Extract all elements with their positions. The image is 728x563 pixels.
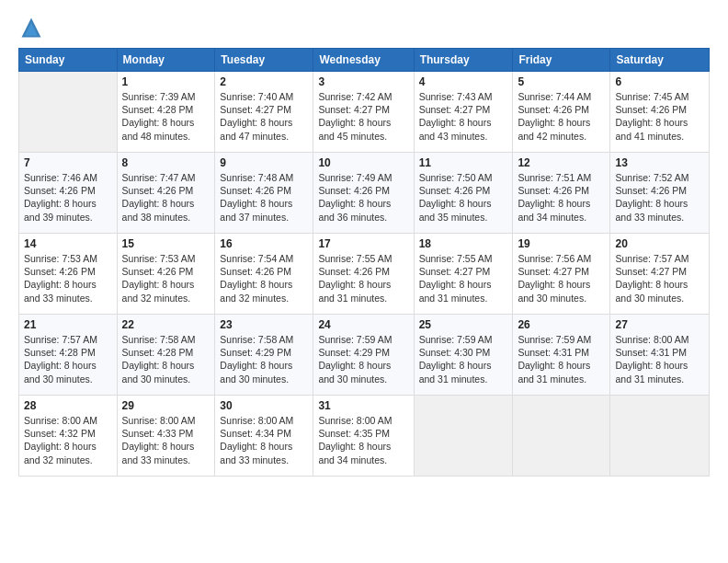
day-number: 6 [615, 75, 704, 88]
calendar-cell: 12Sunrise: 7:51 AMSunset: 4:26 PMDayligh… [513, 153, 610, 234]
day-number: 17 [318, 237, 408, 250]
calendar-cell: 14Sunrise: 7:53 AMSunset: 4:26 PMDayligh… [19, 234, 118, 315]
day-number: 16 [220, 237, 308, 250]
day-info: Sunrise: 7:56 AMSunset: 4:27 PMDaylight:… [518, 252, 605, 304]
day-number: 3 [318, 75, 408, 88]
calendar-cell: 2Sunrise: 7:40 AMSunset: 4:27 PMDaylight… [215, 72, 313, 153]
day-number: 30 [220, 399, 308, 412]
col-header-wednesday: Wednesday [313, 49, 414, 72]
day-info: Sunrise: 7:51 AMSunset: 4:26 PMDaylight:… [518, 171, 605, 224]
calendar-cell: 8Sunrise: 7:47 AMSunset: 4:26 PMDaylight… [117, 153, 215, 234]
col-header-thursday: Thursday [414, 49, 513, 72]
logo-icon [18, 15, 44, 40]
day-info: Sunrise: 8:00 AMSunset: 4:33 PMDaylight:… [122, 414, 210, 466]
week-row-4: 21Sunrise: 7:57 AMSunset: 4:28 PMDayligh… [19, 315, 710, 396]
day-info: Sunrise: 8:00 AMSunset: 4:32 PMDaylight:… [24, 414, 112, 466]
col-header-sunday: Sunday [19, 49, 118, 72]
day-number: 27 [615, 318, 704, 331]
day-info: Sunrise: 7:59 AMSunset: 4:29 PMDaylight:… [318, 333, 408, 385]
day-info: Sunrise: 8:00 AMSunset: 4:35 PMDaylight:… [318, 414, 408, 466]
day-info: Sunrise: 7:39 AMSunset: 4:28 PMDaylight:… [122, 90, 210, 143]
day-number: 22 [122, 318, 210, 331]
col-header-friday: Friday [513, 49, 610, 72]
calendar-cell [513, 396, 610, 477]
col-header-monday: Monday [117, 49, 215, 72]
calendar-cell: 11Sunrise: 7:50 AMSunset: 4:26 PMDayligh… [414, 153, 513, 234]
page: SundayMondayTuesdayWednesdayThursdayFrid… [0, 0, 728, 563]
day-number: 23 [220, 318, 308, 331]
day-number: 15 [122, 237, 210, 250]
day-info: Sunrise: 7:57 AMSunset: 4:27 PMDaylight:… [615, 252, 704, 304]
calendar-cell: 27Sunrise: 8:00 AMSunset: 4:31 PMDayligh… [610, 315, 710, 396]
calendar-cell: 30Sunrise: 8:00 AMSunset: 4:34 PMDayligh… [215, 396, 313, 477]
calendar-cell: 9Sunrise: 7:48 AMSunset: 4:26 PMDaylight… [215, 153, 313, 234]
day-number: 31 [318, 399, 408, 412]
calendar-cell: 1Sunrise: 7:39 AMSunset: 4:28 PMDaylight… [117, 72, 215, 153]
col-header-tuesday: Tuesday [215, 49, 313, 72]
calendar-cell: 26Sunrise: 7:59 AMSunset: 4:31 PMDayligh… [513, 315, 610, 396]
day-info: Sunrise: 7:50 AMSunset: 4:26 PMDaylight:… [419, 171, 508, 224]
day-number: 1 [122, 75, 210, 88]
calendar-cell: 13Sunrise: 7:52 AMSunset: 4:26 PMDayligh… [610, 153, 710, 234]
day-info: Sunrise: 7:44 AMSunset: 4:26 PMDaylight:… [518, 90, 605, 143]
calendar-cell [414, 396, 513, 477]
day-number: 29 [122, 399, 210, 412]
day-info: Sunrise: 7:45 AMSunset: 4:26 PMDaylight:… [615, 90, 704, 143]
calendar-header: SundayMondayTuesdayWednesdayThursdayFrid… [19, 49, 710, 72]
calendar-cell: 31Sunrise: 8:00 AMSunset: 4:35 PMDayligh… [313, 396, 414, 477]
day-info: Sunrise: 8:00 AMSunset: 4:34 PMDaylight:… [220, 414, 308, 466]
day-info: Sunrise: 7:54 AMSunset: 4:26 PMDaylight:… [220, 252, 308, 304]
calendar-cell: 15Sunrise: 7:53 AMSunset: 4:26 PMDayligh… [117, 234, 215, 315]
calendar-cell: 17Sunrise: 7:55 AMSunset: 4:26 PMDayligh… [313, 234, 414, 315]
day-info: Sunrise: 7:53 AMSunset: 4:26 PMDaylight:… [122, 252, 210, 304]
week-row-1: 1Sunrise: 7:39 AMSunset: 4:28 PMDaylight… [19, 72, 710, 153]
day-info: Sunrise: 7:40 AMSunset: 4:27 PMDaylight:… [220, 90, 308, 143]
day-number: 10 [318, 156, 408, 169]
day-number: 9 [220, 156, 308, 169]
day-number: 28 [24, 399, 112, 412]
header [18, 15, 710, 40]
col-header-saturday: Saturday [610, 49, 710, 72]
day-number: 19 [518, 237, 605, 250]
day-number: 24 [318, 318, 408, 331]
day-info: Sunrise: 8:00 AMSunset: 4:31 PMDaylight:… [615, 333, 704, 385]
week-row-2: 7Sunrise: 7:46 AMSunset: 4:26 PMDaylight… [19, 153, 710, 234]
day-number: 14 [24, 237, 112, 250]
day-number: 20 [615, 237, 704, 250]
day-number: 7 [24, 156, 112, 169]
calendar-body: 1Sunrise: 7:39 AMSunset: 4:28 PMDaylight… [19, 72, 710, 477]
day-number: 25 [419, 318, 508, 331]
day-number: 4 [419, 75, 508, 88]
calendar-cell: 25Sunrise: 7:59 AMSunset: 4:30 PMDayligh… [414, 315, 513, 396]
calendar: SundayMondayTuesdayWednesdayThursdayFrid… [18, 48, 710, 477]
day-number: 5 [518, 75, 605, 88]
day-number: 26 [518, 318, 605, 331]
day-number: 21 [24, 318, 112, 331]
day-info: Sunrise: 7:43 AMSunset: 4:27 PMDaylight:… [419, 90, 508, 143]
calendar-cell: 23Sunrise: 7:58 AMSunset: 4:29 PMDayligh… [215, 315, 313, 396]
day-info: Sunrise: 7:59 AMSunset: 4:31 PMDaylight:… [518, 333, 605, 385]
calendar-cell: 18Sunrise: 7:55 AMSunset: 4:27 PMDayligh… [414, 234, 513, 315]
calendar-cell: 5Sunrise: 7:44 AMSunset: 4:26 PMDaylight… [513, 72, 610, 153]
day-info: Sunrise: 7:55 AMSunset: 4:27 PMDaylight:… [419, 252, 508, 304]
day-info: Sunrise: 7:49 AMSunset: 4:26 PMDaylight:… [318, 171, 408, 224]
calendar-cell: 6Sunrise: 7:45 AMSunset: 4:26 PMDaylight… [610, 72, 710, 153]
day-info: Sunrise: 7:58 AMSunset: 4:28 PMDaylight:… [122, 333, 210, 385]
calendar-cell: 3Sunrise: 7:42 AMSunset: 4:27 PMDaylight… [313, 72, 414, 153]
calendar-cell: 22Sunrise: 7:58 AMSunset: 4:28 PMDayligh… [117, 315, 215, 396]
week-row-3: 14Sunrise: 7:53 AMSunset: 4:26 PMDayligh… [19, 234, 710, 315]
day-number: 2 [220, 75, 308, 88]
day-info: Sunrise: 7:42 AMSunset: 4:27 PMDaylight:… [318, 90, 408, 143]
calendar-cell: 19Sunrise: 7:56 AMSunset: 4:27 PMDayligh… [513, 234, 610, 315]
calendar-cell: 24Sunrise: 7:59 AMSunset: 4:29 PMDayligh… [313, 315, 414, 396]
day-info: Sunrise: 7:48 AMSunset: 4:26 PMDaylight:… [220, 171, 308, 224]
day-info: Sunrise: 7:57 AMSunset: 4:28 PMDaylight:… [24, 333, 112, 385]
day-info: Sunrise: 7:46 AMSunset: 4:26 PMDaylight:… [24, 171, 112, 224]
calendar-cell: 20Sunrise: 7:57 AMSunset: 4:27 PMDayligh… [610, 234, 710, 315]
day-info: Sunrise: 7:59 AMSunset: 4:30 PMDaylight:… [419, 333, 508, 385]
day-number: 12 [518, 156, 605, 169]
day-info: Sunrise: 7:53 AMSunset: 4:26 PMDaylight:… [24, 252, 112, 304]
day-info: Sunrise: 7:55 AMSunset: 4:26 PMDaylight:… [318, 252, 408, 304]
day-number: 18 [419, 237, 508, 250]
week-row-5: 28Sunrise: 8:00 AMSunset: 4:32 PMDayligh… [19, 396, 710, 477]
